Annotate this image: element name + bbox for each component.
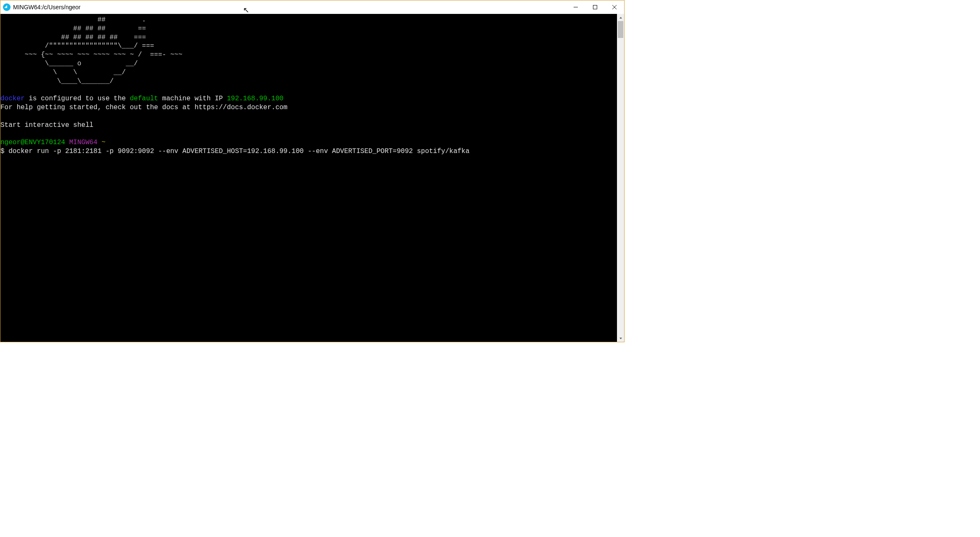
- terminal-area[interactable]: ## . ## ## ## == ## ## ## ## ## === /"""…: [0, 14, 624, 342]
- window-title: MINGW64:/c/Users/ngeor: [13, 4, 80, 11]
- docker-whale-icon: [3, 3, 11, 11]
- command-text: docker run -p 2181:2181 -p 9092:9092 --e…: [8, 148, 470, 155]
- scrollbar[interactable]: [617, 14, 624, 342]
- svg-rect-1: [593, 5, 597, 9]
- scroll-up-button[interactable]: [617, 14, 624, 21]
- ascii-art: ## . ## ## ## == ## ## ## ## ## === /"""…: [0, 16, 182, 85]
- titlebar[interactable]: MINGW64:/c/Users/ngeor ↖: [0, 0, 624, 14]
- help-line: For help getting started, check out the …: [0, 104, 288, 111]
- docker-word: docker: [0, 95, 25, 102]
- prompt-userhost: ngeor@ENVY170124: [0, 139, 65, 146]
- scroll-down-button[interactable]: [617, 335, 624, 342]
- prompt-dollar: $: [0, 148, 8, 155]
- prompt-path: ~: [101, 139, 106, 146]
- scrollbar-thumb[interactable]: [618, 21, 623, 38]
- window-controls: [566, 0, 624, 14]
- minimize-button[interactable]: [566, 0, 585, 14]
- config-text-1: is configured to use the: [25, 95, 130, 102]
- config-text-2: machine with IP: [158, 95, 227, 102]
- start-shell-line: Start interactive shell: [0, 121, 93, 129]
- prompt-shellname: MINGW64: [65, 139, 101, 146]
- mouse-cursor-icon: ↖: [243, 5, 249, 15]
- close-button[interactable]: [605, 0, 624, 14]
- ip-address: 192.168.99.100: [227, 95, 283, 102]
- maximize-button[interactable]: [585, 0, 605, 14]
- scrollbar-track[interactable]: [617, 21, 624, 335]
- default-word: default: [130, 95, 158, 102]
